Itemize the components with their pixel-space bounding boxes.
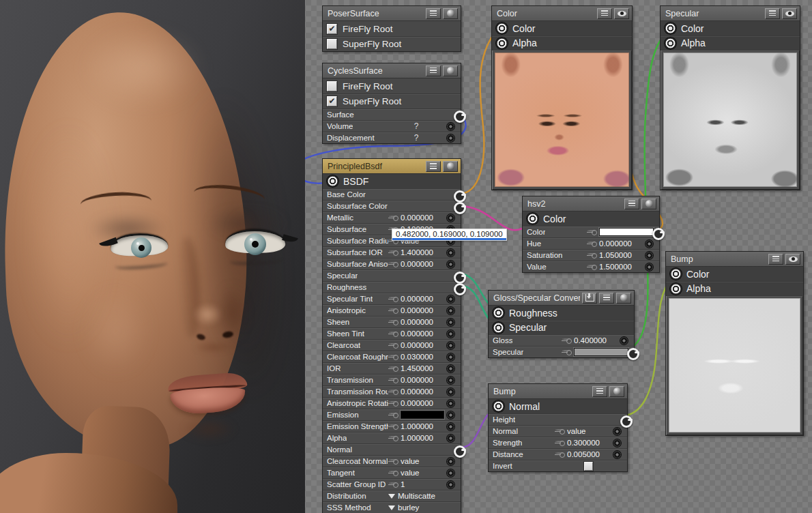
input-socket[interactable] <box>446 422 455 431</box>
param-value[interactable]: 1.000000 <box>401 422 444 430</box>
key-icon[interactable] <box>587 241 597 247</box>
row-clearcoat[interactable]: Clearcoat0.000000 <box>323 339 461 351</box>
checkbox[interactable] <box>327 81 337 91</box>
key-icon[interactable] <box>388 389 398 395</box>
row-color[interactable]: Color <box>523 226 659 237</box>
key-icon[interactable] <box>587 264 597 270</box>
input-socket[interactable] <box>645 251 654 260</box>
row-emission[interactable]: Emission <box>323 409 461 420</box>
input-socket[interactable] <box>446 318 455 327</box>
row-specular[interactable]: Specular <box>323 269 461 281</box>
key-icon[interactable] <box>388 331 398 337</box>
embed-icon[interactable] <box>582 293 597 304</box>
input-socket[interactable] <box>446 329 455 338</box>
output-socket[interactable] <box>493 322 504 334</box>
input-socket[interactable] <box>446 306 455 315</box>
key-icon[interactable] <box>388 458 398 465</box>
list-icon[interactable] <box>426 65 441 76</box>
key-icon[interactable] <box>562 349 572 355</box>
checkbox[interactable] <box>327 24 337 34</box>
param-value[interactable]: 1.400000 <box>401 248 444 256</box>
input-socket[interactable] <box>446 434 455 443</box>
output-socket[interactable] <box>665 38 676 49</box>
output-normal[interactable]: Normal <box>489 399 627 413</box>
node-header[interactable]: hsv2 <box>523 196 659 211</box>
eye-icon[interactable] <box>782 8 797 19</box>
param-value[interactable]: 1 <box>401 480 444 488</box>
row-superfly-root[interactable]: SuperFly Root <box>323 36 461 51</box>
checkbox[interactable] <box>584 462 593 471</box>
connected-plug[interactable] <box>652 228 665 236</box>
output-color[interactable]: Color <box>661 21 800 35</box>
row-anisotropic[interactable]: Anisotropic0.000000 <box>323 304 461 316</box>
ball-icon[interactable] <box>609 386 624 397</box>
row-distance[interactable]: Distance0.005000 <box>489 448 627 460</box>
input-socket[interactable] <box>446 411 455 420</box>
param-value[interactable]: 0.000000 <box>401 387 444 396</box>
input-socket[interactable] <box>446 387 455 396</box>
node-header[interactable]: PrincipledBsdf <box>323 159 461 174</box>
input-socket[interactable] <box>446 260 455 269</box>
ball-icon[interactable] <box>443 8 458 19</box>
row-clearcoat-roughness[interactable]: Clearcoat Roughness0.030000 <box>323 351 461 362</box>
output-socket[interactable] <box>670 268 682 280</box>
output-socket[interactable] <box>665 23 676 34</box>
key-icon[interactable] <box>562 338 572 344</box>
ball-icon[interactable] <box>443 161 458 172</box>
key-icon[interactable] <box>388 308 398 314</box>
param-value[interactable]: 1.500000 <box>599 263 643 271</box>
list-icon[interactable] <box>599 293 614 304</box>
list-icon[interactable] <box>768 254 783 265</box>
param-value[interactable]: 0.000000 <box>401 376 444 384</box>
list-icon[interactable] <box>624 199 639 209</box>
row-subsurface-anisotropy[interactable]: Subsurface Anisotropy0.000000 <box>323 258 461 269</box>
node-header[interactable]: Specular <box>661 6 800 21</box>
row-hue[interactable]: Hue0.000000 <box>523 237 659 249</box>
row-transmission-roughness[interactable]: Transmission Roughness0.000000 <box>323 385 461 397</box>
row-subsurface-ior[interactable]: Subsurface IOR1.400000 <box>323 246 461 258</box>
node-header[interactable]: PoserSurface <box>323 6 461 21</box>
color-swatch[interactable] <box>574 348 628 356</box>
output-color[interactable]: Color <box>666 267 803 281</box>
list-icon[interactable] <box>426 8 441 19</box>
connected-plug[interactable] <box>454 445 466 454</box>
list-icon[interactable] <box>592 386 607 397</box>
ball-icon[interactable] <box>443 65 458 76</box>
output-socket[interactable] <box>496 38 508 49</box>
key-icon[interactable] <box>388 435 398 441</box>
row-roughness[interactable]: Roughness <box>323 281 461 293</box>
list-icon[interactable] <box>765 8 780 19</box>
connected-plug[interactable] <box>454 202 466 210</box>
param-value[interactable]: 0.000000 <box>401 260 444 268</box>
key-icon[interactable] <box>388 342 398 349</box>
output-alpha[interactable]: Alpha <box>661 35 800 50</box>
param-value[interactable]: 0.000000 <box>401 214 444 222</box>
color-swatch[interactable] <box>401 411 444 419</box>
input-socket[interactable] <box>645 263 654 272</box>
key-icon[interactable] <box>555 452 565 458</box>
row-saturation[interactable]: Saturation1.050000 <box>523 249 659 261</box>
row-height[interactable]: Height <box>489 413 627 425</box>
color-swatch[interactable] <box>599 228 654 236</box>
param-value[interactable]: 0.000000 <box>401 306 444 314</box>
param-value[interactable]: value <box>401 469 444 477</box>
dropdown-value[interactable]: Multiscatte <box>398 492 455 500</box>
dropdown-value[interactable]: burley <box>398 503 455 512</box>
row-distribution[interactable]: DistributionMultiscatte <box>323 490 461 501</box>
key-icon[interactable] <box>388 470 398 476</box>
row-displacement[interactable]: Displacement? <box>323 132 461 143</box>
input-socket[interactable] <box>620 336 628 345</box>
output-color[interactable]: Color <box>523 211 659 226</box>
input-socket[interactable] <box>613 439 622 448</box>
dropdown-arrow-icon[interactable] <box>388 494 395 499</box>
row-tangent[interactable]: Tangentvalue <box>323 467 461 478</box>
connected-plug[interactable] <box>627 348 639 356</box>
row-specular[interactable]: Specular <box>489 346 634 357</box>
row-clearcoat-normal[interactable]: Clearcoat Normalvalue <box>323 455 461 467</box>
row-anisotropic-rotation[interactable]: Anisotropic Rotation0.000000 <box>323 397 461 409</box>
key-icon[interactable] <box>388 400 398 407</box>
row-value[interactable]: Value1.500000 <box>523 261 659 272</box>
ball-icon[interactable] <box>616 293 631 304</box>
param-value[interactable]: 1.000000 <box>401 434 444 442</box>
output-color[interactable]: Color <box>492 21 632 35</box>
